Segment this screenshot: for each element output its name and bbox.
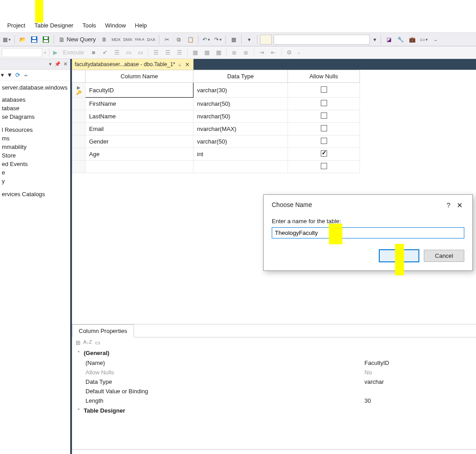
allow-nulls-checkbox[interactable] <box>321 163 327 169</box>
allow-nulls-cell[interactable] <box>288 110 360 123</box>
server-node[interactable]: server.database.windows <box>0 83 70 92</box>
property-row[interactable]: Default Value or Binding <box>85 387 471 396</box>
data-type-cell[interactable]: nvarchar(MAX) <box>193 123 288 135</box>
row-selector[interactable] <box>72 161 85 173</box>
filter-icon[interactable]: ▼ <box>7 72 13 78</box>
property-row[interactable]: Allow NullsNo <box>85 368 471 377</box>
column-name-cell[interactable]: FirstName <box>85 98 193 110</box>
tree-node[interactable]: tabase <box>0 104 70 112</box>
allow-nulls-checkbox[interactable] <box>321 86 327 93</box>
dialog-close-icon[interactable]: ✕ <box>455 201 464 210</box>
row-selector[interactable] <box>72 110 85 123</box>
tree-node[interactable]: e <box>0 168 70 177</box>
data-type-cell[interactable]: nvarchar(50) <box>193 98 288 110</box>
data-type-cell[interactable]: varchar(30) <box>193 83 288 98</box>
row-selector[interactable] <box>72 148 85 161</box>
dmx-icon[interactable]: DMX <box>123 35 133 45</box>
allow-nulls-checkbox[interactable] <box>321 112 327 119</box>
panel-pin-icon[interactable]: 📌 <box>54 61 61 67</box>
cut-icon[interactable]: ✂ <box>162 35 172 45</box>
database-combo[interactable] <box>2 48 42 57</box>
allow-nulls-cell[interactable] <box>288 83 360 98</box>
property-row[interactable]: (Name)FacultyID <box>85 358 471 368</box>
copy-icon[interactable]: ⧉ <box>174 35 184 45</box>
data-type-cell[interactable] <box>193 161 288 173</box>
allow-nulls-checkbox[interactable] <box>321 150 327 157</box>
property-value[interactable]: FacultyID <box>364 360 471 366</box>
xmla-icon[interactable]: XMLA <box>135 35 144 45</box>
header-data-type[interactable]: Data Type <box>193 70 288 83</box>
data-type-cell[interactable]: varchar(50) <box>193 135 288 148</box>
activity-icon[interactable]: ◪ <box>384 35 394 45</box>
property-value[interactable]: 30 <box>364 397 471 404</box>
pin-icon[interactable]: ⏚ <box>178 62 181 67</box>
column-name-cell[interactable]: FacultyID <box>85 83 193 98</box>
category-general[interactable]: (General) <box>77 348 471 358</box>
data-type-cell[interactable]: int <box>193 148 288 161</box>
refresh-icon[interactable]: ⟳ <box>15 72 20 78</box>
property-value[interactable]: No <box>364 369 471 376</box>
header-allow-nulls[interactable]: Allow Nulls <box>288 70 360 83</box>
dropdown-icon[interactable]: ▾ <box>244 35 254 45</box>
tree-node[interactable]: ms <box>0 134 70 143</box>
cancel-button[interactable]: Cancel <box>424 250 464 262</box>
header-column-name[interactable]: Column Name <box>85 70 193 83</box>
row-selector[interactable]: ▶🔑 <box>72 83 85 98</box>
save-all-icon[interactable] <box>41 35 51 45</box>
panel-dropdown-icon[interactable]: ▾ <box>49 61 52 67</box>
wrench-icon[interactable]: 🔧 <box>395 35 405 45</box>
row-selector[interactable] <box>72 123 85 135</box>
menu-tools[interactable]: Tools <box>78 20 100 31</box>
overflow-icon[interactable]: ₌ <box>431 35 440 45</box>
mdx-icon[interactable]: MDX <box>111 35 121 45</box>
tab-close-icon[interactable]: ✕ <box>184 61 191 68</box>
tree-node[interactable]: se Diagrams <box>0 112 70 121</box>
column-name-cell[interactable]: Email <box>85 123 193 135</box>
dialog-help-icon[interactable]: ? <box>442 201 455 210</box>
tree-node[interactable]: l Resources <box>0 126 70 134</box>
execute-button[interactable]: Execute <box>60 49 87 56</box>
row-selector[interactable] <box>72 98 85 110</box>
tree-node[interactable]: Store <box>0 151 70 160</box>
column-properties-tab[interactable]: Column Properties <box>72 324 134 337</box>
column-name-cell[interactable]: LastName <box>85 110 193 123</box>
category-table-designer[interactable]: Table Designer <box>77 405 471 416</box>
allow-nulls-cell[interactable] <box>288 98 360 110</box>
categorized-icon[interactable]: ⊞ <box>76 339 81 346</box>
property-value[interactable]: varchar <box>364 378 471 385</box>
new-query-button[interactable]: 🗎New Query <box>57 36 98 43</box>
tree-node[interactable] <box>0 185 70 190</box>
properties-icon[interactable]: ▦ <box>229 35 238 45</box>
window-icon[interactable]: ▭ <box>419 35 429 45</box>
allow-nulls-cell[interactable] <box>288 135 360 148</box>
panel-close-icon[interactable]: ✕ <box>63 61 67 67</box>
column-name-cell[interactable]: Gender <box>85 135 193 148</box>
allow-nulls-cell[interactable] <box>288 161 360 173</box>
search-combo[interactable] <box>274 35 370 45</box>
activity-monitor-icon[interactable]: ⫠ <box>23 72 29 78</box>
search-launch-icon[interactable] <box>260 35 272 45</box>
object-tree[interactable]: server.database.windows atabasestabasese… <box>0 81 70 454</box>
row-selector[interactable] <box>72 135 85 148</box>
table-name-input[interactable] <box>272 227 464 238</box>
allow-nulls-checkbox[interactable] <box>321 138 327 144</box>
dax-icon[interactable]: DAX <box>146 35 156 45</box>
paste-icon[interactable]: 📋 <box>185 35 195 45</box>
data-type-cell[interactable]: nvarchar(50) <box>193 110 288 123</box>
undo-dropdown[interactable]: ↶ <box>201 35 211 45</box>
alphabetical-icon[interactable]: A↓Z <box>83 339 92 346</box>
column-name-cell[interactable]: Age <box>85 148 193 161</box>
db-query-icon[interactable]: 🗎 <box>99 35 109 45</box>
table-designer-tab[interactable]: facultydatabaseser...abase - dbo.Table_1… <box>72 59 193 70</box>
redo-dropdown[interactable]: ↷ <box>213 35 223 45</box>
menu-help[interactable]: Help <box>130 20 152 31</box>
tree-node[interactable]: ervices Catalogs <box>0 190 70 198</box>
property-row[interactable]: Data Typevarchar <box>85 377 471 387</box>
open-folder-icon[interactable]: 📂 <box>18 35 27 45</box>
tree-node[interactable]: ed Events <box>0 160 70 168</box>
allow-nulls-cell[interactable] <box>288 148 360 161</box>
tree-node[interactable]: y <box>0 177 70 185</box>
tree-node[interactable]: atabases <box>0 95 70 104</box>
property-pages-icon[interactable]: ▭ <box>95 339 100 346</box>
menu-window[interactable]: Window <box>101 20 130 31</box>
